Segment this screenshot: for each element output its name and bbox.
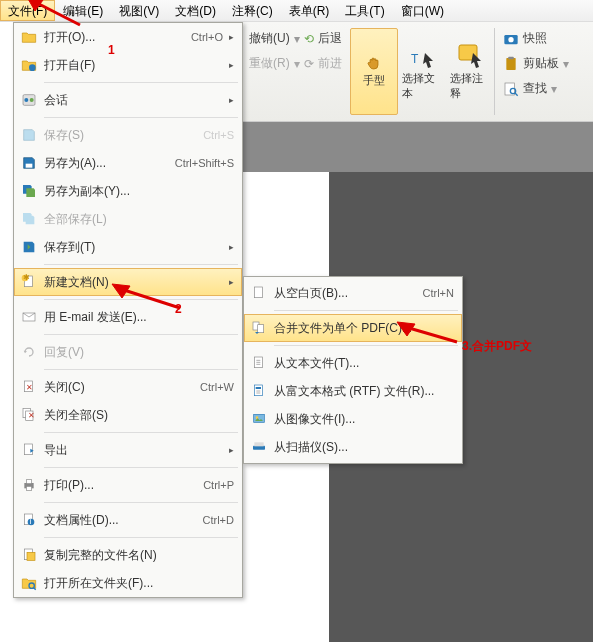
- select-annot-button[interactable]: 选择注释: [446, 28, 494, 115]
- print-icon: [18, 474, 40, 496]
- svg-rect-4: [506, 58, 515, 70]
- redo-button[interactable]: 重做(R)▾⟳前进: [247, 53, 344, 74]
- menu-export[interactable]: 导出 ▸: [14, 436, 242, 464]
- select-text-button[interactable]: T 选择文本: [398, 28, 446, 115]
- svg-line-8: [515, 93, 518, 96]
- menu-open-containing-label: 打开所在文件夹(F)...: [44, 575, 234, 592]
- tab-strip: [243, 122, 593, 172]
- folder-globe-icon: [18, 54, 40, 76]
- svg-rect-42: [256, 387, 261, 389]
- save-to-icon: [18, 236, 40, 258]
- svg-point-3: [508, 37, 513, 42]
- menu-doc-props-label: 文档属性(D)...: [44, 512, 203, 529]
- svg-text:✕: ✕: [28, 411, 35, 420]
- submenu-from-rtf-label: 从富文本格式 (RTF) 文件(R)...: [274, 383, 454, 400]
- menu-save: 保存(S) Ctrl+S: [14, 121, 242, 149]
- revert-icon: [18, 341, 40, 363]
- menu-save-shortcut: Ctrl+S: [203, 129, 234, 141]
- svg-line-53: [409, 328, 457, 342]
- submenu-from-scanner[interactable]: 从扫描仪(S)...: [244, 433, 462, 461]
- scanner-icon: [248, 436, 270, 458]
- menu-export-label: 导出: [44, 442, 223, 459]
- blank-page-icon: [248, 282, 270, 304]
- menu-save-copy-label: 另存为副本(Y)...: [44, 183, 234, 200]
- annotation-arrow-3: [395, 320, 465, 350]
- menu-save-as[interactable]: 另存为(A)... Ctrl+Shift+S: [14, 149, 242, 177]
- close-all-icon: ✕: [18, 404, 40, 426]
- submenu-from-text-label: 从文本文件(T)...: [274, 355, 454, 372]
- menubar-tools[interactable]: 工具(T): [337, 0, 392, 21]
- menu-doc-props[interactable]: i 文档属性(D)... Ctrl+D: [14, 506, 242, 534]
- submenu-from-image[interactable]: 从图像文件(I)...: [244, 405, 462, 433]
- svg-rect-25: [26, 480, 31, 484]
- text-file-icon: [248, 352, 270, 374]
- chevron-right-icon: ▸: [229, 242, 234, 252]
- hand-icon: [366, 55, 382, 71]
- menu-close-label: 关闭(C): [44, 379, 200, 396]
- menu-save-as-label: 另存为(A)...: [44, 155, 175, 172]
- find-icon: [503, 81, 519, 97]
- menu-session[interactable]: 会话 ▸: [14, 86, 242, 114]
- menubar: 文件(F) 编辑(E) 视图(V) 文档(D) 注释(C) 表单(R) 工具(T…: [0, 0, 593, 22]
- svg-rect-13: [26, 164, 33, 168]
- undo-button[interactable]: 撤销(U)▾⟲后退: [247, 28, 344, 49]
- menubar-form[interactable]: 表单(R): [281, 0, 338, 21]
- submenu-from-rtf[interactable]: 从富文本格式 (RTF) 文件(R)...: [244, 377, 462, 405]
- find-button[interactable]: 查找▾: [501, 78, 571, 99]
- svg-rect-45: [254, 414, 265, 422]
- hand-label: 手型: [363, 73, 385, 88]
- clipboard-button[interactable]: 剪贴板▾: [501, 53, 571, 74]
- menu-copy-name[interactable]: 复制完整的文件名(N): [14, 541, 242, 569]
- annotation-arrow-1: [25, 0, 85, 29]
- image-file-icon: [248, 408, 270, 430]
- menu-print-shortcut: Ctrl+P: [203, 479, 234, 491]
- menu-close-all[interactable]: ✕ 关闭全部(S): [14, 401, 242, 429]
- snapshot-button[interactable]: 快照: [501, 28, 571, 49]
- copy-name-icon: [18, 544, 40, 566]
- save-copy-icon: [18, 180, 40, 202]
- forward-icon: ⟳: [304, 57, 314, 71]
- menu-doc-props-shortcut: Ctrl+D: [203, 514, 234, 526]
- folder-open-icon: [18, 26, 40, 48]
- menu-save-to[interactable]: 保存到(T) ▸: [14, 233, 242, 261]
- new-document-icon: ✱: [18, 271, 40, 293]
- save-icon: [18, 124, 40, 146]
- menu-open-containing[interactable]: 打开所在文件夹(F)...: [14, 569, 242, 597]
- snapshot-label: 快照: [523, 30, 547, 47]
- chevron-right-icon: ▸: [229, 32, 234, 42]
- rtf-file-icon: [248, 380, 270, 402]
- menu-session-label: 会话: [44, 92, 223, 109]
- svg-point-9: [29, 64, 36, 71]
- undo-label: 撤销(U): [249, 30, 290, 47]
- menu-revert: 回复(V): [14, 338, 242, 366]
- open-folder-icon: [18, 572, 40, 594]
- menubar-document[interactable]: 文档(D): [167, 0, 224, 21]
- menu-close-all-label: 关闭全部(S): [44, 407, 234, 424]
- redo-label: 重做(R): [249, 55, 290, 72]
- submenu-blank-label: 从空白页(B)...: [274, 285, 423, 302]
- svg-text:T: T: [411, 52, 419, 66]
- submenu-from-text[interactable]: 从文本文件(T)...: [244, 349, 462, 377]
- menubar-window[interactable]: 窗口(W): [393, 0, 452, 21]
- svg-line-51: [124, 290, 180, 308]
- hand-tool-button[interactable]: 手型: [350, 28, 398, 115]
- back-label: 后退: [318, 30, 342, 47]
- menu-open-from[interactable]: 打开自(F) ▸: [14, 51, 242, 79]
- menu-save-as-shortcut: Ctrl+Shift+S: [175, 157, 234, 169]
- menubar-view[interactable]: 视图(V): [111, 0, 167, 21]
- menu-close[interactable]: ✕ 关闭(C) Ctrl+W: [14, 373, 242, 401]
- menu-print-label: 打印(P)...: [44, 477, 203, 494]
- svg-rect-48: [254, 442, 263, 446]
- menu-save-copy[interactable]: 另存为副本(Y)...: [14, 177, 242, 205]
- submenu-blank[interactable]: 从空白页(B)... Ctrl+N: [244, 279, 462, 307]
- menu-print[interactable]: 打印(P)... Ctrl+P: [14, 471, 242, 499]
- menu-open-label: 打开(O)...: [44, 29, 191, 46]
- select-text-label: 选择文本: [402, 71, 442, 101]
- save-as-icon: [18, 152, 40, 174]
- submenu-from-scanner-label: 从扫描仪(S)...: [274, 439, 454, 456]
- annotation-2: 2: [175, 302, 182, 316]
- properties-icon: i: [18, 509, 40, 531]
- menubar-comment[interactable]: 注释(C): [224, 0, 281, 21]
- annotation-1: 1: [108, 43, 115, 57]
- clipboard-label: 剪贴板: [523, 55, 559, 72]
